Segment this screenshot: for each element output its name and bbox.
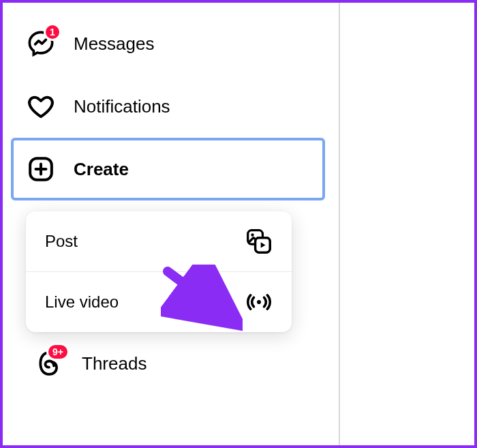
sidebar-item-label: Create (74, 159, 129, 180)
plus-square-icon (26, 154, 56, 184)
sidebar: 1 Messages Notifications Create Post (3, 3, 333, 445)
sidebar-item-threads[interactable]: 9+ Threads (11, 332, 325, 395)
post-media-icon (245, 228, 273, 255)
threads-badge: 9+ (46, 343, 70, 361)
sidebar-item-notifications[interactable]: Notifications (11, 75, 325, 138)
create-option-live-video[interactable]: Live video (26, 271, 292, 332)
sidebar-item-label: Threads (82, 353, 147, 374)
messenger-icon: 1 (26, 29, 56, 59)
live-broadcast-icon (245, 288, 273, 316)
sidebar-item-create[interactable]: Create (11, 138, 325, 200)
messages-badge: 1 (44, 23, 61, 41)
sidebar-item-label: Messages (74, 33, 155, 55)
svg-point-7 (257, 300, 261, 304)
create-dropdown: Post Live video (26, 211, 292, 332)
dropdown-item-label: Live video (45, 293, 119, 312)
vertical-divider (339, 3, 340, 445)
threads-icon: 9+ (34, 348, 64, 378)
dropdown-item-label: Post (45, 232, 78, 251)
heart-icon (26, 91, 56, 121)
create-option-post[interactable]: Post (26, 211, 292, 271)
svg-point-4 (251, 233, 253, 236)
sidebar-item-label: Notifications (74, 96, 170, 117)
sidebar-item-messages[interactable]: 1 Messages (11, 12, 325, 75)
